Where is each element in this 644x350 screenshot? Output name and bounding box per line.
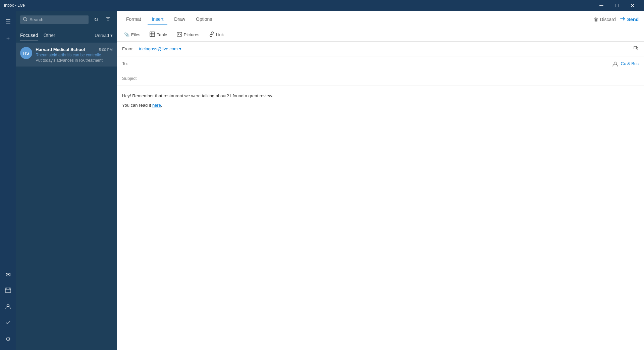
app-body: ☰ + ✉ <box>0 11 644 350</box>
todo-icon <box>5 319 11 328</box>
search-box[interactable] <box>20 15 89 24</box>
svg-rect-15 <box>177 32 182 36</box>
files-button[interactable]: 📎 Files <box>122 31 142 38</box>
title-bar: Inbox - Live ─ □ ✕ <box>0 0 644 11</box>
mail-icon: ✉ <box>6 271 11 279</box>
files-label: Files <box>131 32 140 37</box>
app-title: Inbox - Live <box>4 3 25 8</box>
nav-people-button[interactable] <box>0 299 16 315</box>
refresh-button[interactable]: ↻ <box>91 15 101 24</box>
compose-area: Format Insert Draw Options 🗑 Discard Sen… <box>117 11 644 350</box>
from-email[interactable]: triciagoss@live.com ▾ <box>139 46 181 51</box>
table-icon <box>150 32 155 38</box>
insert-toolbar: 📎 Files Table <box>117 28 644 42</box>
pictures-icon <box>177 32 182 38</box>
unread-label: Unread <box>95 33 109 38</box>
compose-button[interactable]: + <box>0 31 16 47</box>
body-link[interactable]: here <box>152 103 161 108</box>
send-button[interactable]: Send <box>620 16 639 22</box>
pictures-label: Pictures <box>184 32 200 37</box>
nav-rail: ☰ + ✉ <box>0 11 16 350</box>
discard-icon: 🗑 <box>594 17 598 22</box>
nav-todo-button[interactable] <box>0 315 16 331</box>
svg-rect-10 <box>150 32 155 37</box>
popout-button[interactable] <box>633 46 639 52</box>
email-item[interactable]: HS Harvard Medical School 5:00 PM Rheuma… <box>16 43 117 66</box>
search-icon <box>23 17 28 22</box>
to-actions: Cc & Bcc <box>612 61 639 67</box>
minimize-button[interactable]: ─ <box>594 0 609 11</box>
discard-button[interactable]: 🗑 Discard <box>594 17 615 22</box>
from-label: From: <box>122 46 139 51</box>
chevron-down-icon: ▾ <box>110 33 113 38</box>
tab-format[interactable]: Format <box>122 14 145 24</box>
table-label: Table <box>157 32 167 37</box>
email-content: Harvard Medical School 5:00 PM Rheumatoi… <box>36 47 113 63</box>
people-icon <box>5 303 11 311</box>
email-form: From: triciagoss@live.com ▾ <box>117 42 644 350</box>
tabs-left: Focused Other <box>20 30 55 41</box>
to-label: To: <box>122 61 139 66</box>
email-sender-row: Harvard Medical School 5:00 PM <box>36 47 113 52</box>
send-label: Send <box>627 17 639 22</box>
add-people-button[interactable] <box>612 61 618 67</box>
link-icon <box>209 32 214 38</box>
link-button[interactable]: Link <box>207 31 226 39</box>
sidebar: ↻ Focused Other Unread ▾ <box>16 11 117 350</box>
close-button[interactable]: ✕ <box>625 0 640 11</box>
tab-other[interactable]: Other <box>44 30 55 41</box>
email-list: HS Harvard Medical School 5:00 PM Rheuma… <box>16 43 117 350</box>
avatar-initials: HS <box>23 51 29 56</box>
files-icon: 📎 <box>124 32 129 37</box>
calendar-icon <box>5 287 11 295</box>
tab-focused[interactable]: Focused <box>20 30 38 41</box>
cc-bcc-label: Cc & Bcc <box>621 61 639 66</box>
svg-point-16 <box>178 33 179 34</box>
body-line2-prefix: You can read it <box>122 103 152 108</box>
nav-settings-button[interactable]: ⚙ <box>0 331 16 347</box>
compose-toolbar: Format Insert Draw Options 🗑 Discard Sen… <box>117 11 644 28</box>
hamburger-icon: ☰ <box>5 18 11 25</box>
body-line2: You can read it here. <box>122 102 639 109</box>
tab-draw[interactable]: Draw <box>170 14 189 24</box>
from-email-text: triciagoss@live.com <box>139 46 178 51</box>
to-row: To: Cc & Bcc <box>117 56 644 71</box>
subject-row[interactable] <box>117 71 644 86</box>
tab-insert[interactable]: Insert <box>148 14 167 24</box>
filter-icon <box>105 16 111 23</box>
unread-button[interactable]: Unread ▾ <box>95 33 113 38</box>
from-dropdown-icon: ▾ <box>179 46 181 51</box>
refresh-icon: ↻ <box>94 16 98 23</box>
from-row: From: triciagoss@live.com ▾ <box>117 42 644 56</box>
email-sender: Harvard Medical School <box>36 47 85 52</box>
compose-tabs: Format Insert Draw Options <box>122 14 216 24</box>
compose-icon: + <box>6 36 10 43</box>
email-body[interactable]: Hey! Remember that restaurant we were ta… <box>117 86 644 350</box>
settings-icon: ⚙ <box>5 336 11 343</box>
subject-input[interactable] <box>122 76 639 81</box>
svg-rect-0 <box>5 288 11 293</box>
body-line2-suffix: . <box>161 103 162 108</box>
nav-mail-button[interactable]: ✉ <box>0 267 16 283</box>
window-controls: ─ □ ✕ <box>594 0 640 11</box>
cc-bcc-button[interactable]: Cc & Bcc <box>621 61 639 66</box>
filter-button[interactable] <box>103 15 113 24</box>
email-time: 5:00 PM <box>99 48 113 52</box>
svg-line-6 <box>26 20 28 21</box>
body-line1: Hey! Remember that restaurant we were ta… <box>122 93 639 99</box>
hamburger-button[interactable]: ☰ <box>0 13 16 30</box>
send-icon <box>620 16 625 22</box>
nav-calendar-button[interactable] <box>0 283 16 299</box>
pictures-button[interactable]: Pictures <box>175 31 202 39</box>
email-subject: Rheumatoid arthritis can be controlle <box>36 53 113 57</box>
nav-rail-bottom: ✉ <box>0 267 16 350</box>
maximize-button[interactable]: □ <box>609 0 625 11</box>
tab-options[interactable]: Options <box>192 14 216 24</box>
sidebar-tabs: Focused Other Unread ▾ <box>16 28 117 43</box>
discard-label: Discard <box>600 17 615 22</box>
link-label: Link <box>216 32 224 37</box>
table-button[interactable]: Table <box>148 31 169 39</box>
avatar: HS <box>20 47 32 59</box>
search-input[interactable] <box>30 17 86 22</box>
email-preview: Put today's advances in RA treatment <box>36 58 113 63</box>
